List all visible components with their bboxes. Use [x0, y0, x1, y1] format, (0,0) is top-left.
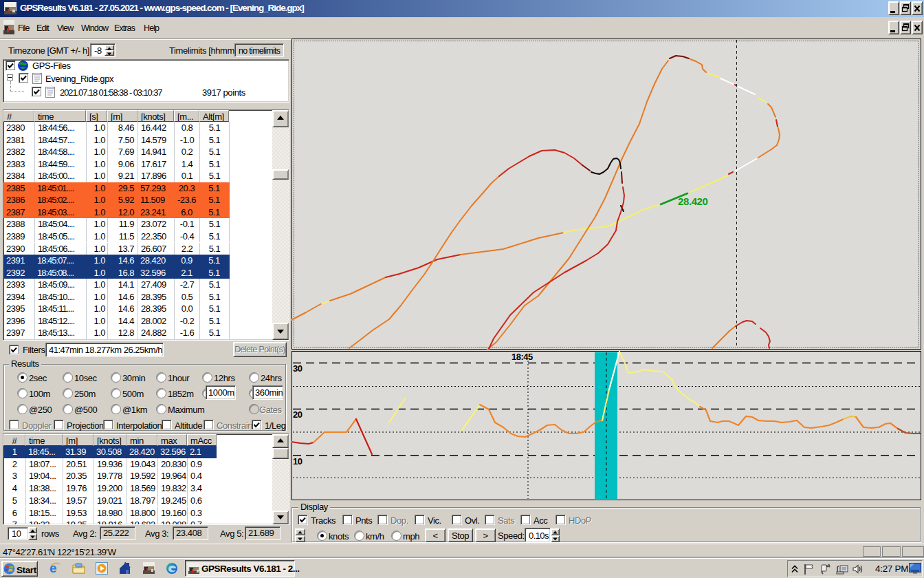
svg-text:18:45: 18:45: [512, 352, 533, 362]
svg-text:28.420: 28.420: [678, 195, 708, 207]
svg-text:20: 20: [293, 409, 302, 420]
svg-text:30: 30: [293, 363, 302, 374]
svg-text:10: 10: [293, 456, 302, 467]
